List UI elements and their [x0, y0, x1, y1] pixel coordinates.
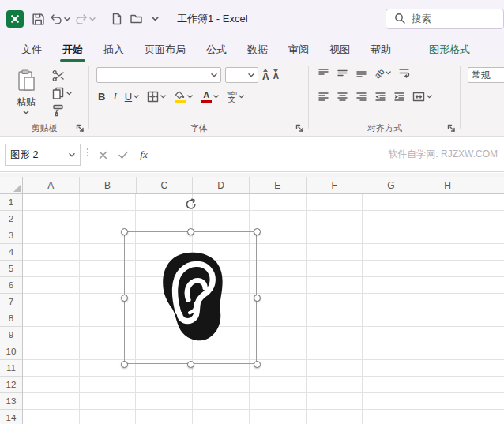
font-dialog-launcher[interactable] — [294, 122, 305, 133]
alignment-dialog-launcher[interactable] — [446, 122, 457, 133]
tab-file[interactable]: 文件 — [11, 38, 52, 62]
rotate-handle[interactable] — [184, 198, 197, 211]
font-name-combo[interactable] — [96, 67, 221, 83]
row-header[interactable]: 5 — [0, 261, 22, 277]
tab-data[interactable]: 数据 — [237, 38, 278, 62]
select-all-corner[interactable] — [0, 177, 23, 194]
column-header[interactable]: F — [307, 177, 363, 193]
tab-shape-format[interactable]: 图形格式 — [419, 38, 480, 62]
chevron-down-icon — [134, 95, 139, 99]
column-header[interactable]: D — [193, 177, 250, 193]
column-header[interactable]: E — [250, 177, 307, 193]
row-header[interactable]: 4 — [0, 244, 22, 261]
chevron-down-icon — [89, 17, 96, 21]
group-label-font: 字体 — [90, 122, 308, 134]
clipboard-dialog-launcher[interactable] — [74, 122, 85, 133]
font-size-combo[interactable] — [225, 67, 258, 83]
orientation-button[interactable]: ab — [374, 69, 391, 78]
tab-review[interactable]: 审阅 — [278, 38, 319, 62]
chevron-down-icon — [64, 17, 70, 21]
underline-button[interactable]: U — [125, 91, 139, 103]
row-header[interactable]: 3 — [0, 227, 22, 244]
fill-color-button[interactable] — [174, 91, 193, 103]
column-header[interactable]: C — [137, 177, 194, 193]
italic-button[interactable]: I — [113, 90, 116, 103]
tab-help[interactable]: 帮助 — [360, 38, 401, 62]
align-top-button[interactable] — [318, 67, 329, 79]
font-color-button[interactable]: A — [201, 91, 219, 103]
qat-more-button[interactable] — [145, 9, 164, 29]
merge-center-button[interactable] — [412, 92, 432, 102]
decrease-indent-button[interactable] — [374, 91, 386, 103]
namebox-resize-handle[interactable] — [87, 148, 88, 156]
column-header[interactable]: A — [23, 177, 80, 193]
ribbon-group-number: 常规 — [461, 62, 504, 136]
insert-function-button[interactable]: fx — [136, 145, 152, 164]
row-header[interactable]: 13 — [0, 393, 22, 410]
borders-button[interactable] — [147, 91, 166, 103]
row-header[interactable]: 14 — [0, 410, 22, 424]
align-right-button[interactable] — [355, 91, 367, 103]
copy-button[interactable] — [51, 85, 73, 101]
row-header[interactable]: 1 — [0, 194, 22, 211]
group-separator — [88, 66, 89, 129]
row-header[interactable]: 10 — [0, 343, 22, 360]
align-left-button[interactable] — [318, 91, 329, 103]
number-format-value: 常规 — [472, 69, 491, 82]
row-header[interactable]: 8 — [0, 310, 22, 327]
selection-handle-top-right[interactable] — [254, 228, 261, 235]
tab-page-layout[interactable]: 页面布局 — [134, 38, 196, 62]
cells-area[interactable] — [23, 194, 504, 424]
align-center-button[interactable] — [337, 91, 348, 103]
number-format-combo[interactable]: 常规 — [468, 67, 504, 83]
selection-handle-bottom-middle[interactable] — [187, 361, 194, 368]
column-header[interactable]: B — [80, 177, 137, 193]
row-header[interactable]: 11 — [0, 360, 22, 377]
chevron-down-icon — [187, 95, 193, 99]
selection-handle-bottom-left[interactable] — [121, 361, 128, 368]
phonetic-guide-button[interactable]: wén文 — [227, 90, 244, 103]
row-headers: 1234567891011121314 — [0, 194, 23, 424]
cut-button[interactable] — [51, 68, 66, 84]
row-header[interactable]: 12 — [0, 377, 22, 393]
bold-button[interactable]: B — [98, 91, 105, 103]
new-file-button[interactable] — [107, 9, 126, 29]
tab-home[interactable]: 开始 — [52, 38, 93, 62]
increase-indent-button[interactable] — [393, 91, 405, 103]
excel-logo-icon[interactable] — [6, 10, 24, 28]
row-header[interactable]: 7 — [0, 294, 22, 310]
tab-formulas[interactable]: 公式 — [196, 38, 237, 62]
chevron-down-icon — [69, 153, 75, 157]
ear-shape[interactable] — [156, 250, 228, 345]
align-bottom-button[interactable] — [355, 67, 367, 79]
save-button[interactable] — [28, 9, 47, 29]
row-header[interactable]: 6 — [0, 277, 22, 294]
selection-handle-top-left[interactable] — [121, 228, 128, 235]
name-box[interactable]: 图形 2 — [5, 144, 81, 166]
redo-button[interactable] — [73, 9, 98, 29]
selection-handle-top-middle[interactable] — [187, 228, 194, 235]
undo-button[interactable] — [47, 9, 73, 29]
align-middle-button[interactable] — [337, 67, 348, 79]
decrease-font-button[interactable]: A — [273, 69, 279, 81]
cancel-button[interactable] — [95, 145, 111, 164]
increase-font-button[interactable]: A — [262, 69, 269, 81]
open-file-button[interactable] — [126, 9, 145, 29]
tab-insert[interactable]: 插入 — [93, 38, 134, 62]
column-header[interactable]: H — [419, 177, 476, 193]
formula-input[interactable]: 软件自学网: RJZXW.COM — [152, 138, 504, 171]
wrap-text-button[interactable] — [398, 67, 410, 79]
column-header[interactable]: G — [363, 177, 420, 193]
chevron-down-icon — [213, 95, 219, 99]
paste-button[interactable]: 粘贴 — [8, 66, 44, 117]
search-box[interactable]: 搜索 — [386, 9, 504, 29]
tab-view[interactable]: 视图 — [319, 38, 360, 62]
selection-handle-middle-right[interactable] — [254, 295, 261, 302]
selection-handle-middle-left[interactable] — [121, 295, 128, 302]
format-painter-button[interactable] — [51, 103, 66, 118]
enter-button[interactable] — [115, 145, 131, 164]
selection-handle-bottom-right[interactable] — [254, 361, 261, 368]
row-header[interactable]: 2 — [0, 211, 22, 227]
paste-icon — [17, 69, 36, 94]
row-header[interactable]: 9 — [0, 327, 22, 343]
